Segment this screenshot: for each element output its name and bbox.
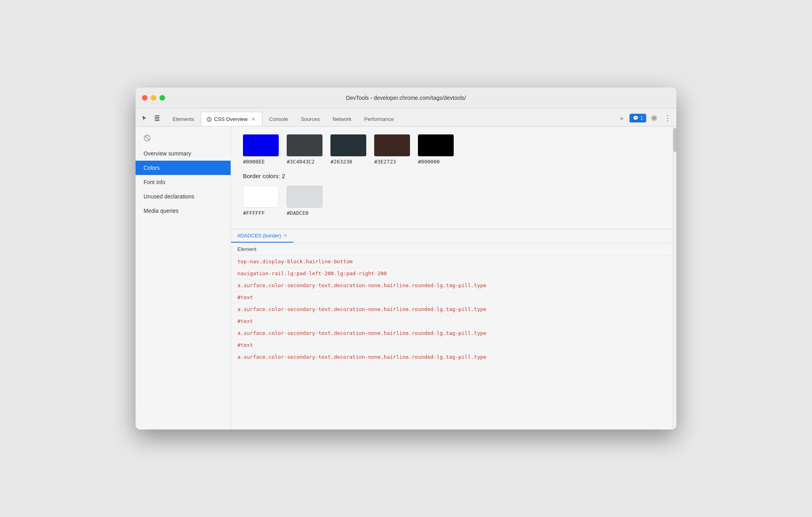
color-swatch-4[interactable] <box>374 134 410 156</box>
close-button[interactable] <box>142 95 148 101</box>
window-controls <box>142 95 165 101</box>
svg-line-8 <box>145 136 150 140</box>
color-label-3: #263238 <box>330 159 352 165</box>
border-color-label-1: #FFFFFF <box>243 210 265 216</box>
elements-tabs: #DADCE0 (border) ✕ <box>231 229 672 243</box>
tab-bar-right: » 💬 1 ⋮ <box>616 113 673 126</box>
tab-bar-tools <box>139 113 166 126</box>
element-tab-dadce0[interactable]: #DADCE0 (border) ✕ <box>231 229 293 243</box>
table-row[interactable]: navigation-rail.lg:pad-left-200.lg:pad-r… <box>231 268 672 280</box>
elements-panel: #DADCE0 (border) ✕ Element top-nav.displ… <box>231 229 672 430</box>
svg-point-6 <box>653 117 655 119</box>
sidebar-item-font-info[interactable]: Font info <box>136 175 231 189</box>
color-label-1: #0000EE <box>243 159 265 165</box>
scroll-area: #0000EE #3C4043C2 #263238 #3E2723 <box>231 126 672 430</box>
color-item-2: #3C4043C2 <box>287 134 322 165</box>
feedback-icon: 💬 <box>633 115 639 121</box>
svg-rect-0 <box>155 117 159 118</box>
text-colors-swatches: #0000EE #3C4043C2 #263238 #3E2723 <box>243 134 660 165</box>
sidebar-item-colors[interactable]: Colors <box>136 161 231 175</box>
table-row[interactable]: a.surface.color-secondary-text.decoratio… <box>231 351 672 363</box>
element-table: Element top-nav.display-block.hairline-b… <box>231 243 672 430</box>
border-colors-heading: Border colors: 2 <box>243 173 660 179</box>
colors-content: #0000EE #3C4043C2 #263238 #3E2723 <box>231 126 672 229</box>
table-row[interactable]: a.surface.color-secondary-text.decoratio… <box>231 327 672 339</box>
border-color-label-2: #DADCE0 <box>287 210 309 216</box>
tab-bar: Elements CSS Overview ✕ Console Sources … <box>136 108 676 126</box>
tab-css-overview[interactable]: CSS Overview ✕ <box>201 112 262 126</box>
border-color-swatch-1[interactable] <box>243 186 279 208</box>
border-color-item-2: #DADCE0 <box>287 186 322 216</box>
svg-rect-3 <box>155 120 159 121</box>
content-with-scroll: #0000EE #3C4043C2 #263238 #3E2723 <box>231 126 676 430</box>
table-row[interactable]: top-nav.display-block.hairline-bottom <box>231 256 672 268</box>
color-item-5: #000000 <box>418 134 454 165</box>
minimize-button[interactable] <box>151 95 156 101</box>
color-item-3: #263238 <box>330 134 366 165</box>
element-table-header: Element <box>231 243 672 256</box>
cursor-icon[interactable] <box>139 113 150 124</box>
css-overview-tab-close[interactable]: ✕ <box>250 116 256 122</box>
css-overview-icon <box>207 117 212 122</box>
tab-elements[interactable]: Elements <box>167 112 200 126</box>
tab-performance[interactable]: Performance <box>358 112 400 126</box>
table-row-text-node[interactable]: #text <box>231 315 672 327</box>
table-row[interactable]: a.surface.color-secondary-text.decoratio… <box>231 280 672 292</box>
main-content: Overview summary Colors Font info Unused… <box>136 126 676 430</box>
window-title: DevTools - developer.chrome.com/tags/dev… <box>346 95 466 101</box>
border-colors-swatches: #FFFFFF #DADCE0 <box>243 186 660 216</box>
title-bar: DevTools - developer.chrome.com/tags/dev… <box>136 87 676 108</box>
maximize-button[interactable] <box>159 95 165 101</box>
color-swatch-1[interactable] <box>243 134 279 156</box>
sidebar-item-overview-summary[interactable]: Overview summary <box>136 146 231 161</box>
border-color-swatch-2[interactable] <box>287 186 322 208</box>
svg-rect-1 <box>155 119 159 119</box>
devtools-window: DevTools - developer.chrome.com/tags/dev… <box>136 87 676 430</box>
table-row-text-node[interactable]: #text <box>231 292 672 303</box>
tab-sources[interactable]: Sources <box>295 112 326 126</box>
settings-icon[interactable] <box>649 113 660 124</box>
sidebar-item-unused-declarations[interactable]: Unused declarations <box>136 189 231 204</box>
color-swatch-2[interactable] <box>287 134 322 156</box>
tab-overflow-button[interactable]: » <box>616 113 627 124</box>
sidebar: Overview summary Colors Font info Unused… <box>136 126 231 430</box>
color-item-4: #3E2723 <box>374 134 410 165</box>
block-icon <box>144 134 151 142</box>
element-tab-close[interactable]: ✕ <box>284 233 287 238</box>
color-label-2: #3C4043C2 <box>287 159 315 165</box>
scrollbar-track[interactable] <box>672 126 676 430</box>
table-row-text-node[interactable]: #text <box>231 339 672 351</box>
color-swatch-5[interactable] <box>418 134 454 156</box>
sidebar-item-media-queries[interactable]: Media queries <box>136 204 231 218</box>
table-row[interactable]: a.surface.color-secondary-text.decoratio… <box>231 303 672 315</box>
sidebar-no-results-icon <box>136 130 231 146</box>
more-options-icon[interactable]: ⋮ <box>662 113 673 124</box>
tab-console[interactable]: Console <box>263 112 294 126</box>
color-label-4: #3E2723 <box>374 159 396 165</box>
color-swatch-3[interactable] <box>330 134 366 156</box>
svg-rect-2 <box>155 115 159 116</box>
color-label-5: #000000 <box>418 159 440 165</box>
border-color-item-1: #FFFFFF <box>243 186 279 216</box>
feedback-badge[interactable]: 💬 1 <box>629 114 646 122</box>
layers-icon[interactable] <box>152 113 163 124</box>
tab-network[interactable]: Network <box>326 112 357 126</box>
scrollbar-thumb[interactable] <box>673 128 676 152</box>
color-item-1: #0000EE <box>243 134 279 165</box>
